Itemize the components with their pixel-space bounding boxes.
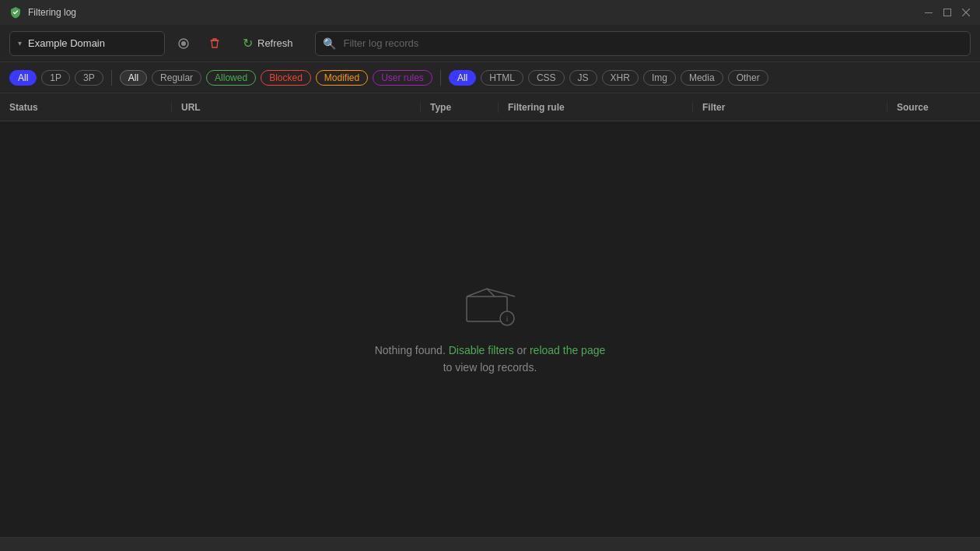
search-input[interactable]	[315, 31, 971, 56]
filter-modified[interactable]: Modified	[316, 70, 368, 86]
disable-filters-link[interactable]: Disable filters	[449, 344, 514, 356]
reload-page-link[interactable]: reload the page	[530, 344, 605, 356]
filter-row: All 1P 3P All Regular Allowed Blocked Mo…	[0, 62, 980, 93]
filter-allowed[interactable]: Allowed	[206, 70, 256, 86]
domain-name: Example Domain	[28, 37, 105, 49]
app-logo-icon	[9, 6, 22, 19]
empty-state: i Nothing found. Disable filters or relo…	[0, 121, 980, 537]
filter-js[interactable]: JS	[569, 70, 597, 86]
filter-all-content[interactable]: All	[449, 70, 476, 86]
refresh-icon: ↻	[243, 36, 253, 51]
filter-user-rules[interactable]: User rules	[373, 70, 432, 86]
empty-message-or: or	[517, 344, 527, 356]
filter-css[interactable]: CSS	[528, 70, 565, 86]
maximize-button[interactable]	[943, 8, 952, 17]
col-header-status: Status	[0, 102, 171, 113]
minimize-button[interactable]	[924, 8, 933, 17]
svg-point-5	[181, 41, 186, 46]
statusbar	[0, 537, 980, 551]
titlebar: Filtering log	[0, 0, 980, 25]
close-button[interactable]	[961, 8, 971, 17]
chevron-down-icon: ▾	[18, 39, 22, 47]
filter-xhr[interactable]: XHR	[602, 70, 639, 86]
col-header-filter: Filter	[692, 102, 887, 113]
filter-media[interactable]: Media	[681, 70, 723, 86]
empty-state-icon: i	[459, 283, 521, 329]
svg-rect-0	[925, 12, 933, 13]
empty-message-after: to view log records.	[443, 361, 537, 374]
filter-3p[interactable]: 3P	[75, 70, 103, 86]
filter-other[interactable]: Other	[728, 70, 768, 86]
svg-rect-1	[944, 9, 951, 16]
window-controls	[924, 8, 971, 17]
titlebar-title: Filtering log	[28, 7, 924, 18]
svg-text:i: i	[506, 314, 508, 323]
toolbar: ▾ Example Domain ↻ Refresh 🔍	[0, 25, 980, 62]
filter-divider-2	[440, 70, 441, 86]
record-icon	[177, 37, 190, 50]
col-header-url: URL	[171, 102, 420, 113]
filter-all-party[interactable]: All	[9, 70, 37, 86]
refresh-button[interactable]: ↻ Refresh	[233, 31, 303, 56]
col-header-filtering-rule: Filtering rule	[498, 102, 692, 113]
filter-blocked[interactable]: Blocked	[261, 70, 311, 86]
col-header-source: Source	[887, 102, 980, 113]
filter-divider-1	[111, 70, 112, 86]
filter-1p[interactable]: 1P	[41, 70, 70, 86]
trash-icon	[208, 37, 221, 50]
domain-selector[interactable]: ▾ Example Domain	[9, 31, 165, 56]
empty-state-text: Nothing found. Disable filters or reload…	[375, 342, 606, 377]
col-header-type: Type	[420, 102, 498, 113]
filter-html[interactable]: HTML	[481, 70, 523, 86]
filter-img[interactable]: Img	[643, 70, 676, 86]
refresh-label: Refresh	[257, 37, 293, 49]
empty-message-before: Nothing found.	[375, 344, 446, 356]
record-button[interactable]	[171, 31, 196, 56]
filter-all-type[interactable]: All	[120, 70, 147, 86]
filter-regular[interactable]: Regular	[152, 70, 201, 86]
clear-button[interactable]	[202, 31, 227, 56]
search-bar: 🔍	[315, 31, 971, 56]
table-header: Status URL Type Filtering rule Filter So…	[0, 93, 980, 121]
